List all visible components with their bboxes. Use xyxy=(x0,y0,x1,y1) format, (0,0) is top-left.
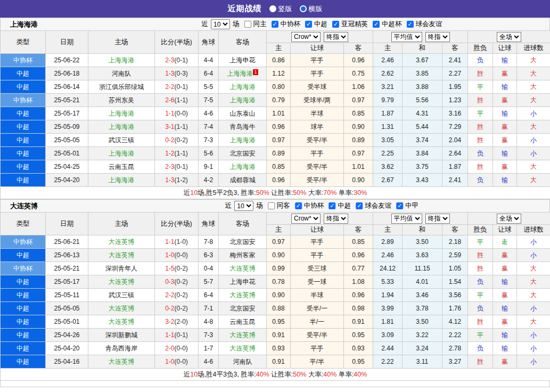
avg-away: 2.18 xyxy=(442,235,468,249)
corner-cell: 5-5 xyxy=(199,80,219,94)
corner-cell: 6-4 xyxy=(199,289,219,302)
away-team: 云南玉昆 xyxy=(219,315,267,329)
score-cell: 1-0(0-0) xyxy=(155,355,199,369)
odds-line: 平手 xyxy=(291,342,344,355)
score-cell: 1-3(0-3) xyxy=(155,67,199,80)
odds-away: 1.08 xyxy=(344,275,373,289)
away-team: 上海海港 xyxy=(219,80,267,94)
recent-count-select[interactable]: 10 xyxy=(211,19,230,29)
column-subheader: 让球 xyxy=(493,225,517,235)
score-cell: 2-0(0-0) xyxy=(155,342,199,355)
card-badge: 1 xyxy=(253,69,258,75)
result-goals: 小 xyxy=(517,329,550,342)
avg-home: 3.05 xyxy=(373,134,403,147)
filter-competition-label: 中甲 xyxy=(405,201,418,210)
column-header: 日期 xyxy=(46,213,88,235)
result-goals: 小 xyxy=(517,342,550,355)
date-cell: 25-06-21 xyxy=(46,235,88,249)
home-team: 青岛西海岸 xyxy=(88,342,155,355)
results-table: 类型日期主场比分(半场)角球客场Crow*终指平均值终指全场主让球客主和客胜负让… xyxy=(0,212,550,381)
avg-away: 1.05 xyxy=(442,262,468,275)
scope-select[interactable]: 全场 xyxy=(497,214,521,224)
result-goals: 小 xyxy=(517,134,550,147)
table-row: 中超25-04-20青岛西海岸2-0(0-0)1-7大连英博0.93平手0.93… xyxy=(1,342,550,355)
checkbox-competition[interactable] xyxy=(332,21,339,28)
radio-horizontal[interactable]: 横版 xyxy=(300,4,323,14)
recent-count-select[interactable]: 10 xyxy=(234,201,253,211)
column-subheader: 让球 xyxy=(291,43,344,54)
scope-select[interactable]: 全场 xyxy=(497,32,521,42)
avg-home: 3.99 xyxy=(373,302,403,315)
checkbox-competition[interactable] xyxy=(305,21,312,28)
odds-source-select-2[interactable]: 终指 xyxy=(324,214,348,224)
page-title: 近期战绩 xyxy=(228,4,262,14)
corner-cell: 7-3 xyxy=(199,134,219,147)
bottom-strip xyxy=(0,381,550,387)
odds-away: 0.95 xyxy=(344,329,373,342)
date-cell: 25-04-26 xyxy=(46,329,88,342)
column-subheader: 主 xyxy=(267,43,291,54)
result-handicap: 走 xyxy=(493,235,517,249)
avg-source-select[interactable]: 平均值 xyxy=(391,214,422,224)
radio-horizontal-label: 横版 xyxy=(309,4,323,14)
avg-home: 2.25 xyxy=(373,147,403,160)
checkbox-competition[interactable] xyxy=(373,21,380,28)
away-team: 河南队 xyxy=(219,355,267,369)
checkbox-same-venue[interactable] xyxy=(244,21,251,28)
home-team: 大连英博 xyxy=(88,315,155,329)
column-subheader: 胜负 xyxy=(468,225,493,235)
score-cell: 2-3(0-1) xyxy=(155,160,199,174)
corner-cell: 7-8 xyxy=(199,235,219,249)
date-cell: 25-06-14 xyxy=(46,80,88,94)
score-cell: 2-6(1-1) xyxy=(155,94,199,107)
odds-home: 0.79 xyxy=(267,94,291,107)
avg-source-select-2[interactable]: 终指 xyxy=(425,214,450,224)
avg-away: 2.04 xyxy=(442,134,468,147)
checkbox-competition[interactable] xyxy=(407,21,414,28)
score-cell: 1-3(1-2) xyxy=(155,174,199,187)
result-handicap: 输 xyxy=(493,147,517,160)
radio-vertical-icon[interactable] xyxy=(269,5,276,12)
checkbox-same-venue[interactable] xyxy=(268,202,275,209)
checkbox-competition[interactable] xyxy=(272,21,278,28)
select-group-header: 平均值终指 xyxy=(373,31,468,43)
date-cell: 25-05-11 xyxy=(46,289,88,302)
checkbox-competition[interactable] xyxy=(329,202,335,209)
result-outcome: 胜 xyxy=(468,262,493,275)
result-goals: 大 xyxy=(517,67,550,80)
odds-source-select[interactable]: Crow* xyxy=(291,32,321,42)
filter-near-label: 近 xyxy=(225,201,232,210)
column-header: 比分(半场) xyxy=(155,31,199,54)
odds-source-select[interactable]: Crow* xyxy=(291,214,321,224)
avg-source-select[interactable]: 平均值 xyxy=(391,32,422,42)
section-summary: 近10场,胜4平3负3, 胜率:40% 让胜率:50% 大率:40% 单率:40… xyxy=(1,369,550,381)
result-outcome: 负 xyxy=(468,342,493,355)
date-cell: 25-06-22 xyxy=(46,54,88,67)
table-row: 中协杯25-06-21大连英博1-1(1-0)7-8北京国安0.97平手0.85… xyxy=(1,235,550,249)
checkbox-competition[interactable] xyxy=(356,202,363,209)
checkbox-competition[interactable] xyxy=(295,202,302,209)
table-row: 中超25-05-05大连英博0-2(0-2)7-1北京国安0.88受半/一0.9… xyxy=(1,302,550,315)
odds-line: 半/一 xyxy=(291,315,344,329)
home-team: 大连英博 xyxy=(88,275,155,289)
column-subheader: 客 xyxy=(442,225,468,235)
odds-source-select-2[interactable]: 终指 xyxy=(324,32,348,42)
checkbox-competition[interactable] xyxy=(396,202,403,209)
odds-home: 0.89 xyxy=(267,147,291,160)
away-team: 上海海港 xyxy=(219,134,267,147)
result-outcome: 胜 xyxy=(468,355,493,369)
result-goals: 大 xyxy=(517,174,550,187)
odds-away: 0.91 xyxy=(344,315,373,329)
avg-draw: 5.44 xyxy=(403,120,442,134)
column-subheader: 客 xyxy=(344,43,373,54)
corner-cell: 0-4 xyxy=(199,262,219,275)
type-cell: 中协杯 xyxy=(1,235,46,249)
avg-away: 2.78 xyxy=(442,342,468,355)
filter-competition-label: 中协杯 xyxy=(304,201,324,210)
type-cell: 中超 xyxy=(1,302,46,315)
avg-source-select-2[interactable]: 终指 xyxy=(425,32,450,42)
radio-vertical[interactable]: 竖版 xyxy=(269,4,292,14)
radio-horizontal-icon[interactable] xyxy=(300,5,307,12)
table-row: 中超25-04-25云南玉昆2-3(0-1)9-1上海海港0.85受平/半1.0… xyxy=(1,160,550,174)
result-outcome: 胜 xyxy=(468,134,493,147)
